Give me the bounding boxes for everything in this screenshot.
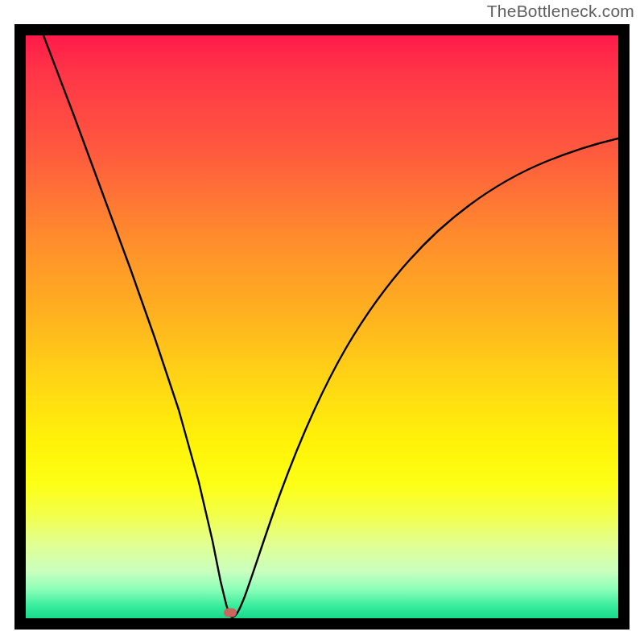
curve-path — [43, 35, 618, 617]
chart-container: TheBottleneck.com — [0, 0, 644, 644]
optimal-point-marker — [224, 608, 237, 617]
attribution-text: TheBottleneck.com — [487, 2, 634, 21]
plot-area — [26, 35, 618, 618]
bottleneck-curve — [26, 35, 618, 618]
plot-frame — [14, 24, 630, 630]
